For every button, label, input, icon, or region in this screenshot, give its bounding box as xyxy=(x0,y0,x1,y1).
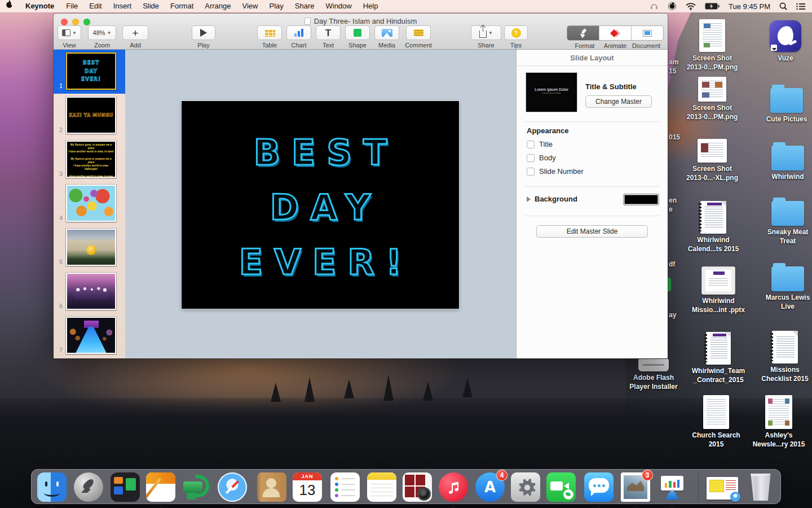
view-button[interactable]: ▼ xyxy=(58,25,81,40)
desktop-icon-ashleys-newsletter[interactable]: Ashley's Newsle...ry 2015 xyxy=(742,395,812,449)
slide-6-thumb-mecca[interactable] xyxy=(66,273,116,310)
slide-2-thumb[interactable]: KAZI YA MUNGU xyxy=(66,97,116,134)
notification-center-icon[interactable] xyxy=(796,3,805,10)
menu-window[interactable]: Window xyxy=(320,0,357,12)
dock-photo-booth[interactable] xyxy=(403,472,432,502)
zoom-button[interactable]: 48%▼ xyxy=(88,25,116,40)
menu-help[interactable]: Help xyxy=(358,0,384,12)
slide-title-line[interactable]: BEST xyxy=(254,132,399,173)
menu-format[interactable]: Format xyxy=(165,0,199,12)
slide-number-checkbox[interactable] xyxy=(527,168,535,176)
dock-contacts[interactable] xyxy=(257,472,286,502)
wifi-icon[interactable] xyxy=(686,3,696,10)
change-master-button[interactable]: Change Master xyxy=(585,95,652,108)
slide-5-thumb-jerusalem[interactable] xyxy=(66,229,116,266)
headphones-icon[interactable] xyxy=(650,2,659,10)
comment-button[interactable] xyxy=(406,25,431,40)
dock-keynote[interactable] xyxy=(657,472,687,502)
edit-master-slide-button[interactable]: Edit Master Slide xyxy=(536,225,648,238)
menu-edit[interactable]: Edit xyxy=(83,0,107,12)
menu-file[interactable]: File xyxy=(60,0,83,12)
menu-bar-clock[interactable]: Tue 9:45 PM xyxy=(729,2,770,11)
desktop-icon-sneaky-meat-treat[interactable]: Sneaky Meat Treat xyxy=(751,196,812,246)
dock-reminders[interactable] xyxy=(330,472,360,502)
slide-title-line[interactable]: DAY xyxy=(270,187,382,228)
slide-title-line[interactable]: EVER! xyxy=(239,242,413,283)
dock-notes[interactable] xyxy=(367,472,396,502)
table-button[interactable] xyxy=(257,25,282,40)
dock-usb-drive-app[interactable] xyxy=(181,472,210,502)
slide-thumbnail-1[interactable]: BEST DAY EVER! 1 xyxy=(54,50,125,94)
dock-mission-control[interactable] xyxy=(111,472,140,502)
desktop-icon-whirlwind[interactable]: Whirlwind xyxy=(751,141,812,182)
desktop-icon-vuze[interactable]: Vuze xyxy=(749,20,812,63)
dock-system-preferences[interactable] xyxy=(511,472,540,502)
dock-trash[interactable] xyxy=(746,472,775,502)
desktop-icon-screenshot-1[interactable]: Screen Shot 2013-0...PM.png xyxy=(670,19,754,72)
document-proxy-icon[interactable] xyxy=(304,17,311,25)
chevron-down-icon: ▼ xyxy=(107,30,112,36)
dock-mail[interactable]: 3 xyxy=(621,472,650,502)
apple-menu[interactable] xyxy=(0,0,19,12)
dock-finder[interactable] xyxy=(37,472,67,502)
dock-messages[interactable] xyxy=(584,472,614,502)
text-button[interactable]: T xyxy=(316,25,341,40)
menu-slide[interactable]: Slide xyxy=(137,0,165,12)
slide-thumbnail-6[interactable]: 6 xyxy=(54,270,125,314)
desktop-icon-whirlwind-calendar[interactable]: Whirlwind Calend...ts 2015 xyxy=(674,201,753,253)
slide-thumbnail-3[interactable]: My Saviors gone, to prepare me a place I… xyxy=(54,138,125,182)
animate-tab[interactable] xyxy=(599,26,632,40)
add-slide-button[interactable]: + xyxy=(122,25,148,40)
chart-button[interactable] xyxy=(286,25,311,40)
dock-minimized-window[interactable] xyxy=(707,472,736,502)
dock-pages[interactable] xyxy=(146,472,175,502)
disclosure-triangle-icon[interactable] xyxy=(527,196,531,202)
running-indicator-itunes xyxy=(452,505,454,507)
desktop-icon-marcus-lewis-live[interactable]: Marcus Lewis Live xyxy=(751,262,812,311)
menu-insert[interactable]: Insert xyxy=(108,0,138,12)
dock-calendar[interactable]: JAN 13 xyxy=(293,472,322,502)
slide-1-thumb[interactable]: BEST DAY EVER! xyxy=(66,52,116,90)
menu-arrange[interactable]: Arrange xyxy=(199,0,236,12)
share-icon xyxy=(479,30,487,38)
desktop-icon-missions-checklist[interactable]: Missions Checklist 2015 xyxy=(745,331,812,383)
document-tab[interactable] xyxy=(632,26,663,40)
desktop-icon-cute-pictures[interactable]: Cute Pictues xyxy=(750,84,812,124)
menu-share[interactable]: Share xyxy=(289,0,320,12)
desktop-icon-screenshot-xl[interactable]: Screen Shot 2013-0...-XL.png xyxy=(670,139,754,182)
dock-facetime[interactable] xyxy=(546,472,576,502)
dock-itunes[interactable] xyxy=(439,472,468,502)
title-checkbox[interactable] xyxy=(527,141,535,148)
menu-keynote[interactable]: Keynote xyxy=(19,0,60,12)
slide-4-thumb-world-map[interactable] xyxy=(66,185,116,222)
desktop-icon-screenshot-2[interactable]: Screen Shot 2013-0...PM.png xyxy=(670,77,754,121)
body-checkbox[interactable] xyxy=(527,154,535,162)
slide-thumbnail-5[interactable]: 5 xyxy=(54,226,125,270)
shape-button[interactable] xyxy=(345,25,370,40)
slide-thumbnail-2[interactable]: KAZI YA MUNGU 2 xyxy=(54,94,125,138)
current-slide[interactable]: BEST DAY EVER! xyxy=(182,101,459,309)
spotlight-icon[interactable] xyxy=(779,2,787,10)
dock-launchpad[interactable] xyxy=(74,472,103,502)
menu-view[interactable]: View xyxy=(237,0,264,12)
dock-app-store[interactable]: A 4 xyxy=(475,472,505,502)
format-tab[interactable] xyxy=(567,26,599,40)
slide-thumbnail-7[interactable]: 7 xyxy=(54,314,125,358)
slide-canvas-area[interactable]: BEST DAY EVER! xyxy=(125,50,516,358)
slide-7-thumb-stage[interactable] xyxy=(66,317,116,354)
share-button[interactable]: ▼ xyxy=(471,25,501,40)
background-color-well[interactable] xyxy=(623,194,659,205)
tips-button[interactable]: ? xyxy=(504,25,528,40)
media-button[interactable] xyxy=(374,25,399,40)
slide-3-thumb[interactable]: My Saviors gone, to prepare me a place I… xyxy=(66,141,116,178)
slide-thumbnail-4[interactable]: 4 xyxy=(54,182,125,226)
swirl-menu-icon[interactable] xyxy=(668,2,677,11)
desktop-icon-adobe-flash-installer[interactable]: Adobe Flash Player Installer xyxy=(622,359,685,391)
checkbox-row-title: Title xyxy=(527,140,553,148)
battery-icon[interactable] xyxy=(705,3,720,10)
desktop-icon-whirlwind-missions-pptx[interactable]: Whirlwind Missio...int .pptx xyxy=(679,266,758,314)
play-button[interactable] xyxy=(192,25,215,40)
master-slide-thumbnail[interactable]: Lorem Ipsum Dolor Lorem ipsum dolor xyxy=(526,72,577,112)
dock-safari[interactable] xyxy=(218,472,247,502)
menu-play[interactable]: Play xyxy=(263,0,289,12)
